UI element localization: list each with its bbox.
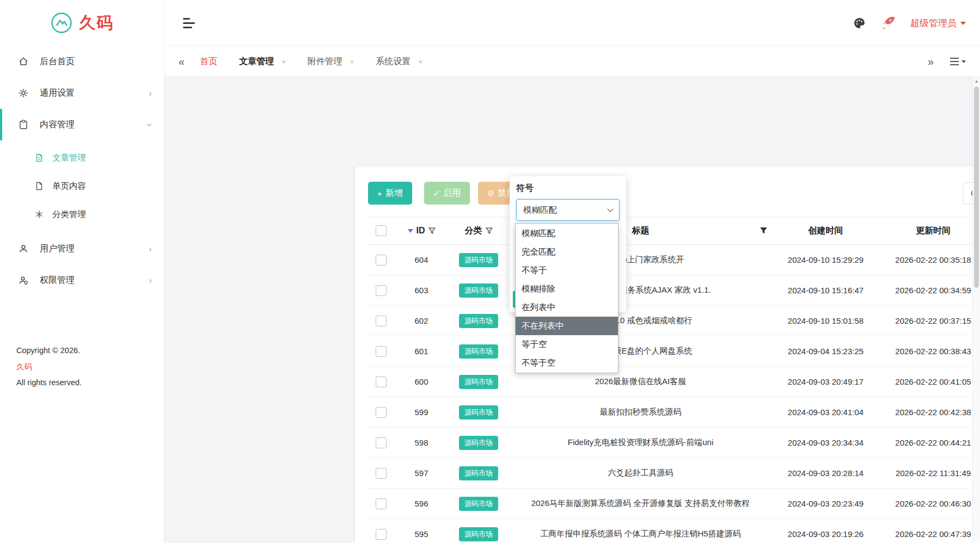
table-row: 599 源码市场 最新扣扣秒赞系统源码 2024-09-03 20:41:04 … (368, 397, 980, 428)
filter-options-list: 模糊匹配完全匹配不等于模糊排除在列表中不在列表中等于空不等于空 (515, 223, 618, 373)
row-id: 603 (394, 286, 449, 295)
row-id: 597 (394, 468, 449, 478)
sidebar-item-label: 单页内容 (52, 181, 86, 192)
enable-button[interactable]: ✓ 启用 (424, 182, 470, 205)
sidebar-item-permissions[interactable]: 权限管理 › (0, 264, 164, 296)
filter-option[interactable]: 模糊排除 (516, 280, 618, 298)
row-created-time: 2024-09-03 20:34:34 (773, 438, 879, 447)
avatar[interactable] (880, 15, 896, 31)
add-label: 新增 (385, 188, 403, 199)
row-checkbox[interactable] (376, 377, 387, 387)
category-badge: 源码市场 (459, 253, 498, 267)
row-title: 最新扣扣秒赞系统源码 (600, 407, 682, 417)
row-updated-time: 2026-02-22 00:37:15 (879, 316, 980, 325)
scrollbar-thumb[interactable] (974, 87, 979, 288)
row-updated-time: 2026-02-22 00:35:18 (879, 255, 980, 264)
tab-label: 附件管理 (308, 56, 342, 67)
row-updated-time: 2026-02-22 00:38:43 (879, 347, 980, 356)
table-row: 597 源码市场 六爻起卦工具源码 2024-09-03 20:28:14 20… (368, 458, 980, 489)
tab-label: 首页 (200, 56, 217, 67)
theme-palette-icon[interactable] (853, 17, 866, 29)
sidebar-item-categories[interactable]: 分类管理 (0, 200, 164, 229)
row-checkbox[interactable] (376, 346, 387, 357)
row-title: Fidelity充电桩投资理财系统源码-前端uni (568, 437, 714, 448)
tabs-menu-icon[interactable] (950, 58, 966, 66)
table-row: 600 源码市场 2026最新微信在线AI客服 2024-09-03 20:49… (368, 367, 980, 397)
tab-home[interactable]: 首页 (200, 56, 217, 67)
filter-option[interactable]: 在列表中 (516, 298, 618, 317)
row-title: 六爻起卦工具源码 (608, 468, 673, 478)
row-id: 604 (394, 255, 449, 264)
plus-icon: + (377, 189, 382, 198)
tab-attachments[interactable]: 附件管理 × (308, 56, 354, 67)
add-button[interactable]: + 新增 (368, 182, 412, 205)
row-created-time: 2024-09-03 20:19:26 (773, 529, 879, 539)
sidebar-item-single-page[interactable]: 单页内容 (0, 172, 164, 200)
row-updated-time: 2026-02-22 00:34:59 (879, 286, 980, 295)
home-icon (19, 57, 33, 66)
row-updated-time: 2026-02-22 00:42:38 (879, 408, 980, 417)
row-created-time: 2024-09-03 20:41:04 (773, 408, 879, 417)
tab-system-settings[interactable]: 系统设置 × (376, 56, 422, 67)
row-checkbox[interactable] (376, 437, 387, 448)
tab-articles[interactable]: 文章管理 × (239, 56, 286, 67)
filter-option[interactable]: 不等于空 (516, 354, 618, 372)
sidebar-item-label: 文章管理 (52, 152, 86, 164)
row-created-time: 2024-09-03 20:23:49 (773, 499, 879, 508)
category-filter-icon[interactable] (486, 227, 493, 235)
row-title: 工商年报申报系统源码 个体工商户年报注销H5搭建源码 (540, 529, 740, 539)
close-icon[interactable]: × (350, 58, 354, 66)
title-filter-icon[interactable] (760, 227, 767, 235)
sidebar-item-label: 用户管理 (40, 243, 75, 255)
sidebar-item-label: 内容管理 (40, 119, 75, 131)
row-checkbox[interactable] (376, 498, 387, 509)
sidebar-item-general-settings[interactable]: 通用设置 › (0, 77, 164, 109)
col-header-category: 分类 (465, 225, 482, 237)
sidebar-toggle-icon[interactable] (183, 18, 195, 28)
row-id: 602 (394, 316, 449, 325)
clipboard-icon (19, 120, 33, 129)
row-created-time: 2024-09-10 15:01:58 (773, 316, 879, 325)
sidebar-item-label: 权限管理 (40, 275, 75, 286)
category-badge: 源码市场 (459, 497, 498, 511)
table-row: 595 源码市场 工商年报申报系统源码 个体工商户年报注销H5搭建源码 2024… (368, 519, 980, 543)
row-checkbox[interactable] (376, 468, 387, 479)
sidebar-item-articles[interactable]: 文章管理 (0, 144, 164, 172)
close-icon[interactable]: × (281, 58, 286, 66)
filter-option[interactable]: 完全匹配 (516, 243, 618, 261)
chevron-right-icon: › (149, 244, 152, 254)
row-id: 601 (394, 347, 449, 356)
copyright: Copyright © 2026. 久码 All rights reserved… (0, 343, 164, 391)
id-filter-icon[interactable] (428, 227, 436, 235)
logo-text: 久码 (79, 12, 114, 34)
close-icon[interactable]: × (418, 58, 422, 66)
select-all-checkbox[interactable] (376, 225, 387, 236)
filter-option[interactable]: 等于空 (516, 335, 618, 354)
row-id: 600 (394, 377, 449, 386)
sidebar-item-dashboard[interactable]: 后台首页 (0, 46, 164, 77)
col-header-updated: 更新时间 (879, 225, 980, 237)
filter-option[interactable]: 模糊匹配 (516, 224, 618, 243)
chevron-right-icon: › (149, 276, 152, 285)
scroll-up-icon[interactable]: ▲ (973, 77, 980, 85)
row-checkbox[interactable] (376, 255, 387, 266)
filter-option[interactable]: 不等于 (516, 261, 618, 280)
tab-label: 文章管理 (239, 56, 274, 67)
filter-match-select[interactable]: 模糊匹配 (516, 199, 620, 221)
tabs-scroll-right-icon[interactable]: » (928, 56, 934, 67)
tabs-scroll-left-icon[interactable]: « (179, 56, 185, 67)
row-checkbox[interactable] (376, 316, 387, 326)
copyright-link[interactable]: 久码 (16, 362, 32, 371)
row-checkbox[interactable] (376, 529, 387, 540)
table-row: 601 源码市场 高仿永硕E盘的个人网盘系统 2024-09-04 15:23:… (368, 336, 980, 367)
filter-option[interactable]: 不在列表中 (516, 317, 618, 335)
tab-label: 系统设置 (376, 56, 411, 67)
sidebar-item-content[interactable]: 内容管理 › (0, 109, 164, 140)
app-logo[interactable]: 久码 (0, 0, 164, 46)
sort-desc-icon[interactable] (408, 229, 413, 233)
row-checkbox[interactable] (376, 285, 387, 296)
sidebar-item-users[interactable]: 用户管理 › (0, 233, 164, 264)
row-checkbox[interactable] (376, 407, 387, 418)
user-menu[interactable]: 超级管理员 (910, 17, 966, 29)
sidebar-item-label: 后台首页 (40, 56, 75, 67)
